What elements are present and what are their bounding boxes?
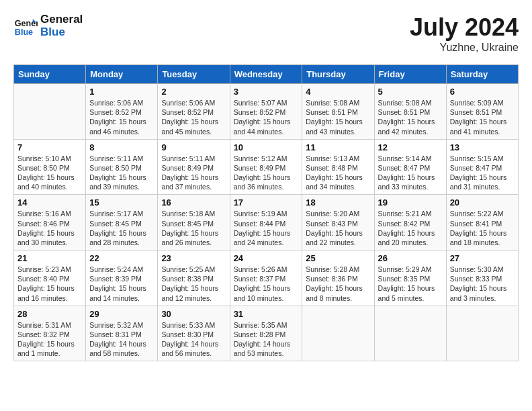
column-header-wednesday: Wednesday bbox=[230, 65, 302, 84]
cell-sun-info: Sunrise: 5:16 AM Sunset: 8:46 PM Dayligh… bbox=[17, 209, 82, 247]
title-block: July 2024 Yuzhne, Ukraine bbox=[410, 13, 519, 54]
cell-sun-info: Sunrise: 5:09 AM Sunset: 8:51 PM Dayligh… bbox=[450, 98, 515, 136]
calendar-cell: 25Sunrise: 5:28 AM Sunset: 8:36 PM Dayli… bbox=[302, 250, 374, 306]
cell-sun-info: Sunrise: 5:23 AM Sunset: 8:40 PM Dayligh… bbox=[17, 265, 82, 303]
calendar-cell: 18Sunrise: 5:20 AM Sunset: 8:43 PM Dayli… bbox=[302, 195, 374, 250]
cell-sun-info: Sunrise: 5:07 AM Sunset: 8:52 PM Dayligh… bbox=[234, 98, 299, 136]
cell-sun-info: Sunrise: 5:21 AM Sunset: 8:42 PM Dayligh… bbox=[378, 209, 443, 247]
day-number: 17 bbox=[234, 197, 299, 208]
calendar-cell: 2Sunrise: 5:06 AM Sunset: 8:52 PM Daylig… bbox=[158, 84, 230, 140]
cell-sun-info: Sunrise: 5:26 AM Sunset: 8:37 PM Dayligh… bbox=[234, 265, 299, 303]
logo: General Blue General Blue bbox=[13, 13, 83, 38]
day-number: 13 bbox=[450, 142, 515, 152]
day-number: 28 bbox=[17, 309, 82, 319]
location-subtitle: Yuzhne, Ukraine bbox=[410, 42, 519, 54]
day-number: 25 bbox=[306, 253, 370, 263]
day-number: 6 bbox=[450, 87, 515, 97]
logo-line2: Blue bbox=[40, 26, 83, 39]
day-number: 12 bbox=[378, 142, 443, 152]
calendar-cell: 4Sunrise: 5:08 AM Sunset: 8:51 PM Daylig… bbox=[302, 84, 374, 140]
cell-sun-info: Sunrise: 5:17 AM Sunset: 8:45 PM Dayligh… bbox=[89, 209, 154, 247]
week-row-4: 21Sunrise: 5:23 AM Sunset: 8:40 PM Dayli… bbox=[14, 250, 519, 306]
cell-sun-info: Sunrise: 5:24 AM Sunset: 8:39 PM Dayligh… bbox=[89, 265, 154, 303]
calendar-cell: 14Sunrise: 5:16 AM Sunset: 8:46 PM Dayli… bbox=[14, 195, 86, 250]
calendar-body: 1Sunrise: 5:06 AM Sunset: 8:52 PM Daylig… bbox=[14, 84, 519, 361]
day-number: 7 bbox=[17, 142, 82, 152]
day-number: 9 bbox=[161, 142, 226, 152]
day-number: 3 bbox=[234, 87, 299, 97]
calendar-cell: 6Sunrise: 5:09 AM Sunset: 8:51 PM Daylig… bbox=[446, 84, 518, 140]
column-header-saturday: Saturday bbox=[446, 65, 518, 84]
cell-sun-info: Sunrise: 5:06 AM Sunset: 8:52 PM Dayligh… bbox=[89, 98, 154, 136]
cell-sun-info: Sunrise: 5:15 AM Sunset: 8:47 PM Dayligh… bbox=[450, 154, 515, 192]
cell-sun-info: Sunrise: 5:22 AM Sunset: 8:41 PM Dayligh… bbox=[450, 209, 515, 247]
cell-sun-info: Sunrise: 5:13 AM Sunset: 8:48 PM Dayligh… bbox=[306, 154, 370, 192]
cell-sun-info: Sunrise: 5:11 AM Sunset: 8:50 PM Dayligh… bbox=[89, 154, 154, 192]
day-number: 2 bbox=[161, 87, 226, 97]
cell-sun-info: Sunrise: 5:08 AM Sunset: 8:51 PM Dayligh… bbox=[306, 98, 370, 136]
cell-sun-info: Sunrise: 5:28 AM Sunset: 8:36 PM Dayligh… bbox=[306, 265, 370, 303]
calendar-cell: 13Sunrise: 5:15 AM Sunset: 8:47 PM Dayli… bbox=[446, 139, 518, 195]
day-number: 31 bbox=[234, 309, 299, 319]
day-number: 5 bbox=[378, 87, 443, 97]
day-number: 27 bbox=[450, 253, 515, 263]
day-number: 19 bbox=[378, 197, 443, 208]
calendar-cell: 5Sunrise: 5:08 AM Sunset: 8:51 PM Daylig… bbox=[374, 84, 446, 140]
week-row-1: 1Sunrise: 5:06 AM Sunset: 8:52 PM Daylig… bbox=[14, 84, 519, 140]
day-number: 20 bbox=[450, 197, 515, 208]
calendar-cell: 12Sunrise: 5:14 AM Sunset: 8:47 PM Dayli… bbox=[374, 139, 446, 195]
cell-sun-info: Sunrise: 5:11 AM Sunset: 8:49 PM Dayligh… bbox=[161, 154, 226, 192]
calendar-cell: 29Sunrise: 5:32 AM Sunset: 8:31 PM Dayli… bbox=[86, 306, 158, 361]
calendar-cell: 17Sunrise: 5:19 AM Sunset: 8:44 PM Dayli… bbox=[230, 195, 302, 250]
calendar-cell: 30Sunrise: 5:33 AM Sunset: 8:30 PM Dayli… bbox=[158, 306, 230, 361]
cell-sun-info: Sunrise: 5:33 AM Sunset: 8:30 PM Dayligh… bbox=[161, 320, 226, 359]
calendar-cell: 1Sunrise: 5:06 AM Sunset: 8:52 PM Daylig… bbox=[86, 84, 158, 140]
column-header-monday: Monday bbox=[86, 65, 158, 84]
day-number: 15 bbox=[89, 197, 154, 208]
day-number: 16 bbox=[161, 197, 226, 208]
day-number: 29 bbox=[89, 309, 154, 319]
day-number: 30 bbox=[161, 309, 226, 319]
cell-sun-info: Sunrise: 5:32 AM Sunset: 8:31 PM Dayligh… bbox=[89, 320, 154, 359]
calendar-cell: 31Sunrise: 5:35 AM Sunset: 8:28 PM Dayli… bbox=[230, 306, 302, 361]
logo-icon: General Blue bbox=[13, 14, 38, 38]
cell-sun-info: Sunrise: 5:10 AM Sunset: 8:50 PM Dayligh… bbox=[17, 154, 82, 192]
calendar-cell: 11Sunrise: 5:13 AM Sunset: 8:48 PM Dayli… bbox=[302, 139, 374, 195]
day-number: 1 bbox=[89, 87, 154, 97]
calendar-cell: 27Sunrise: 5:30 AM Sunset: 8:33 PM Dayli… bbox=[446, 250, 518, 306]
calendar-header-row: SundayMondayTuesdayWednesdayThursdayFrid… bbox=[14, 65, 519, 84]
week-row-3: 14Sunrise: 5:16 AM Sunset: 8:46 PM Dayli… bbox=[14, 195, 519, 250]
calendar-cell: 9Sunrise: 5:11 AM Sunset: 8:49 PM Daylig… bbox=[158, 139, 230, 195]
calendar-cell: 19Sunrise: 5:21 AM Sunset: 8:42 PM Dayli… bbox=[374, 195, 446, 250]
cell-sun-info: Sunrise: 5:31 AM Sunset: 8:32 PM Dayligh… bbox=[17, 320, 82, 359]
cell-sun-info: Sunrise: 5:14 AM Sunset: 8:47 PM Dayligh… bbox=[378, 154, 443, 192]
page-header: General Blue General Blue July 2024 Yuzh… bbox=[13, 13, 519, 54]
cell-sun-info: Sunrise: 5:29 AM Sunset: 8:35 PM Dayligh… bbox=[378, 265, 443, 303]
cell-sun-info: Sunrise: 5:06 AM Sunset: 8:52 PM Dayligh… bbox=[161, 98, 226, 136]
logo-line1: General bbox=[40, 13, 83, 26]
calendar-cell: 24Sunrise: 5:26 AM Sunset: 8:37 PM Dayli… bbox=[230, 250, 302, 306]
column-header-sunday: Sunday bbox=[14, 65, 86, 84]
cell-sun-info: Sunrise: 5:18 AM Sunset: 8:45 PM Dayligh… bbox=[161, 209, 226, 247]
calendar-cell: 8Sunrise: 5:11 AM Sunset: 8:50 PM Daylig… bbox=[86, 139, 158, 195]
svg-text:Blue: Blue bbox=[15, 27, 33, 36]
day-number: 23 bbox=[161, 253, 226, 263]
week-row-5: 28Sunrise: 5:31 AM Sunset: 8:32 PM Dayli… bbox=[14, 306, 519, 361]
day-number: 4 bbox=[306, 87, 370, 97]
column-header-thursday: Thursday bbox=[302, 65, 374, 84]
calendar-cell: 22Sunrise: 5:24 AM Sunset: 8:39 PM Dayli… bbox=[86, 250, 158, 306]
calendar-cell: 26Sunrise: 5:29 AM Sunset: 8:35 PM Dayli… bbox=[374, 250, 446, 306]
calendar-cell bbox=[446, 306, 518, 361]
calendar-cell: 16Sunrise: 5:18 AM Sunset: 8:45 PM Dayli… bbox=[158, 195, 230, 250]
day-number: 8 bbox=[89, 142, 154, 152]
day-number: 21 bbox=[17, 253, 82, 263]
calendar-cell: 28Sunrise: 5:31 AM Sunset: 8:32 PM Dayli… bbox=[14, 306, 86, 361]
calendar-cell: 23Sunrise: 5:25 AM Sunset: 8:38 PM Dayli… bbox=[158, 250, 230, 306]
day-number: 22 bbox=[89, 253, 154, 263]
cell-sun-info: Sunrise: 5:08 AM Sunset: 8:51 PM Dayligh… bbox=[378, 98, 443, 136]
day-number: 18 bbox=[306, 197, 370, 208]
calendar-cell bbox=[14, 84, 86, 140]
day-number: 11 bbox=[306, 142, 370, 152]
column-header-tuesday: Tuesday bbox=[158, 65, 230, 84]
week-row-2: 7Sunrise: 5:10 AM Sunset: 8:50 PM Daylig… bbox=[14, 139, 519, 195]
